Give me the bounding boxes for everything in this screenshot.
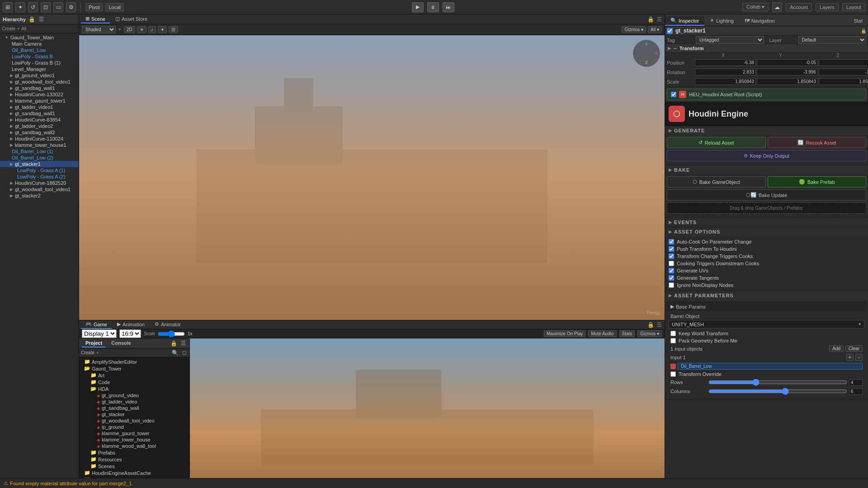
asset-options-title[interactable]: ▶ ASSET OPTIONS [665,227,868,236]
option-checkbox[interactable] [669,275,674,281]
layer-dropdown[interactable]: Default [798,36,867,44]
shading-dropdown[interactable]: Shaded Wireframe [82,26,116,33]
project-search-icon[interactable]: 🔍 [171,350,179,356]
toolbar-icon-4[interactable]: ⊡ [41,2,51,12]
position-z[interactable] [819,59,868,66]
scale-y[interactable] [757,78,818,85]
add-btn[interactable]: Add [829,345,844,352]
option-checkbox[interactable] [669,261,674,266]
console-tab[interactable]: Console [108,339,134,347]
account-btn[interactable]: Account [786,3,812,11]
columns-value[interactable] [849,388,863,395]
hierarchy-item[interactable]: ▶gt_sandbag_wall1 [0,110,79,117]
scene-all-label[interactable]: All ▾ [648,26,662,33]
toolbar-icon-2[interactable]: ✦ [15,2,25,12]
option-checkbox[interactable] [669,253,674,259]
hierarchy-create-btn[interactable]: Create [2,26,15,31]
hierarchy-menu-icon[interactable]: ☰ [38,16,45,23]
drag-drop-zone[interactable]: Drag & drop GameObjects / Prefabs: [667,202,866,214]
hierarchy-item[interactable]: ▶klamme_gaurd_tower1 [0,98,79,104]
hierarchy-item[interactable]: ▶gt_woodwall_tool_video1 [0,79,79,85]
layout-btn[interactable]: Layout [842,3,865,11]
game-tab[interactable]: 🎮Game [81,320,112,329]
position-y[interactable] [757,59,818,66]
layers-btn[interactable]: Layers [816,3,839,11]
hierarchy-item[interactable]: ▶gt_stacker2 [0,192,79,199]
project-item[interactable]: 📁 AmplifyShaderEditor [79,358,189,365]
project-item[interactable]: ◈ ip_ground [79,424,189,430]
game-gizmos-btn[interactable]: Gizmos ▾ [637,330,662,337]
toolbar-icon-6[interactable]: ⚙ [66,2,76,12]
scene-menu-btn[interactable]: ☰ [169,26,178,33]
audio-btn[interactable]: ♪ [148,26,156,33]
clear-btn[interactable]: Clear [845,345,863,352]
project-tab[interactable]: Project [82,339,106,347]
columns-slider[interactable] [708,388,847,395]
hierarchy-item[interactable]: ▶gt_woodwall_tool_video1 [0,186,79,192]
lighting-btn[interactable]: ☀ [137,26,146,33]
hierarchy-item[interactable]: ▶gt_sandbag_wall1 [0,85,79,91]
stat-tab[interactable]: Stat [848,17,868,26]
hierarchy-item[interactable]: Main Camera [0,41,79,47]
hierarchy-item[interactable]: ▶gt_stacker1 [0,161,79,167]
toolbar-icon-3[interactable]: ↺ [28,2,38,12]
script-active-checkbox[interactable] [671,92,676,97]
events-section-title[interactable]: ▶ EVENTS [665,218,868,227]
hierarchy-item[interactable]: ▶HoudiniCurve-1882520 [0,180,79,186]
project-create-btn[interactable]: Create [81,350,94,355]
bake-update-btn[interactable]: ⬡🔄 Bake Update [667,189,866,201]
rows-slider[interactable] [708,379,847,386]
hierarchy-item[interactable]: Level_Manager [0,66,79,72]
input1-plus-btn[interactable]: - [855,354,863,361]
scene-panel-menu[interactable]: ☰ [656,16,663,23]
project-item[interactable]: 📁 Prefabs [79,449,189,456]
option-checkbox[interactable] [669,282,674,288]
hierarchy-item[interactable]: LowPoly - Grass A (2) [0,174,79,180]
project-menu[interactable]: ☰ [180,340,187,347]
project-item[interactable]: 📁 Scenes [79,463,189,469]
project-item[interactable]: ◈ gt_stacker [79,411,189,418]
hierarchy-item[interactable]: LowPoly - Grass B [0,53,79,60]
2d-btn[interactable]: 2D [124,26,135,33]
hierarchy-item[interactable]: Oil_Barrel_Low [0,47,79,53]
option-checkbox[interactable] [669,268,674,273]
cloud-icon[interactable]: ☁ [772,2,782,12]
hierarchy-item[interactable]: ▶HoudiniCurve-133022 [0,91,79,98]
hierarchy-item[interactable]: Oil_Barrel_Low (2) [0,155,79,161]
hierarchy-item[interactable]: ▶HoudiniCurve-83854 [0,117,79,123]
animator-tab[interactable]: ⚙Animator [150,320,185,329]
project-item[interactable]: ◈ gt_ladder_video [79,399,189,405]
project-item[interactable]: 📁 HoudiniEngineAssetCache [79,469,189,476]
bake-section-title[interactable]: ▶ BAKE [665,165,868,174]
position-x[interactable] [695,59,756,66]
rotation-x[interactable] [695,69,756,75]
navigation-tab[interactable]: 🗺Navigation [739,17,780,26]
input1-minus-btn[interactable]: + [846,354,854,361]
asset-store-tab[interactable]: ◫Asset Store [111,15,152,23]
toolbar-icon-1[interactable]: ⊞ [3,2,13,12]
pack-geo-checkbox[interactable] [670,338,676,343]
step-button[interactable]: ⏭ [443,2,454,12]
reload-asset-btn[interactable]: ↺ Reload Asset [667,137,766,148]
lighting-tab[interactable]: ☀Lighting [704,16,739,26]
hierarchy-item[interactable]: LowPoly - Grass A (1) [0,167,79,174]
asset-params-title[interactable]: ▶ ASSET PARAMETERS [665,291,868,300]
pivot-btn[interactable]: Pivot [85,3,103,11]
play-button[interactable]: ▶ [412,2,424,12]
scale-x[interactable] [695,78,756,85]
maximize-btn[interactable]: Maximize On Play [544,330,586,337]
hierarchy-item[interactable]: ▶gt_ground_video1 [0,72,79,79]
toolbar-icon-5[interactable]: ▭ [53,2,63,12]
hierarchy-item[interactable]: ▶gt_sandbag_wall2 [0,129,79,136]
project-view-icon[interactable]: ⊡ [181,350,188,356]
active-checkbox[interactable] [667,28,673,34]
hierarchy-item[interactable]: ▶HoudiniCurve-110024 [0,136,79,142]
hierarchy-item[interactable]: ▶gt_ladder_video1 [0,104,79,110]
scene-tab[interactable]: ⊞Scene [81,15,110,23]
project-item[interactable]: 📁 Art [79,372,189,379]
project-item[interactable]: 📂 HDA [79,385,189,392]
rotation-y[interactable] [757,69,818,75]
gizmos-btn[interactable]: Gizmos ▾ [622,26,646,33]
hierarchy-item[interactable]: LowPoly - Grass B (1) [0,60,79,66]
bake-gameobject-btn[interactable]: ⬡ Bake GameObject [667,176,766,188]
